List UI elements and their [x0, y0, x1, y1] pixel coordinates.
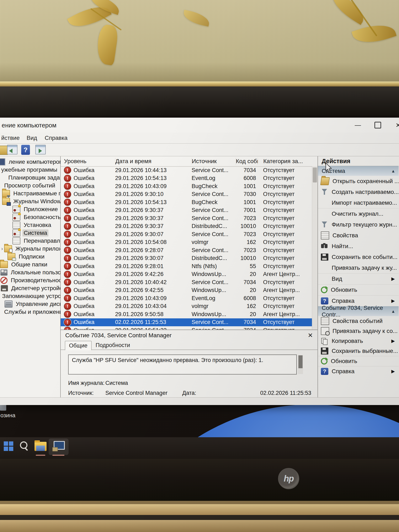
event-table-row[interactable]: ! Ошибка 29.01.2026 10:43:09 BugCheck 10… [61, 182, 317, 190]
menu-view[interactable]: Вид [27, 135, 37, 141]
tab-details[interactable]: Подробности [92, 341, 134, 349]
sidebar-tree-item[interactable]: Система [0, 229, 60, 237]
action-icon [321, 317, 329, 325]
collapse-arrow-icon[interactable]: ▲ [391, 169, 395, 173]
event-table-row[interactable]: ! Ошибка 29.01.2026 16:51:32 Service Con… [61, 326, 317, 329]
event-table-row[interactable]: ! Ошибка 29.01.2026 9:28:01 Ntfs (Ntfs) … [61, 262, 317, 270]
menu-help[interactable]: Справка [45, 135, 68, 141]
event-table-row[interactable]: ! Ошибка 29.01.2026 9:30:07 Service Cont… [61, 230, 317, 238]
actions-group-event-header[interactable]: Событие 7034, Service Contr... ▲ [318, 306, 399, 316]
toolbar-show-window-icon[interactable] [35, 145, 46, 154]
sidebar-tree-item[interactable]: ление компьютером (лс [0, 158, 60, 166]
event-code: 7034 [236, 327, 258, 329]
event-table-row[interactable]: ! Ошибка 29.01.2026 10:54:13 EventLog 60… [61, 174, 317, 183]
sidebar-tree-item[interactable]: Общие папки [0, 261, 60, 268]
sidebar-tree-item[interactable]: Запоминающие устройств [0, 292, 60, 300]
sidebar-tree-item[interactable]: Просмотр событий [0, 182, 60, 190]
sidebar-tree-item[interactable]: Журналы Windows [0, 197, 60, 205]
minimize-button[interactable]: — [351, 119, 365, 131]
column-category[interactable]: Категория за... [258, 158, 317, 165]
event-category: Отсутствует [258, 191, 317, 197]
event-table-row[interactable]: ! Ошибка 29.01.2026 9:30:37 Service Cont… [61, 206, 317, 215]
action-item[interactable]: Справка ▶ [318, 296, 399, 306]
tree-expander-icon[interactable]: › [1, 246, 3, 252]
event-datetime: 29.01.2026 9:28:07 [115, 247, 192, 253]
sidebar-tree-item[interactable]: Настраиваемые пре [0, 190, 60, 197]
event-table-row[interactable]: ! Ошибка 29.01.2026 9:30:37 Service Cont… [61, 214, 317, 222]
event-table-row[interactable]: ! Ошибка 29.01.2026 10:54:08 volmgr 162 … [61, 238, 317, 247]
menu-action[interactable]: йствие [1, 135, 20, 141]
event-level: Ошибка [74, 231, 95, 238]
sidebar-tree-item[interactable]: Диспетчер устройств [0, 284, 60, 292]
tab-general[interactable]: Общие [65, 341, 92, 350]
message-scrollbar-thumb[interactable] [298, 355, 303, 368]
sidebar-tree-item[interactable]: Службы и приложения [0, 308, 60, 316]
action-item[interactable]: Сохранить выбранные... [318, 346, 399, 356]
sidebar-tree-item[interactable]: Установка [0, 221, 60, 229]
toolbar-folder-icon[interactable] [0, 146, 8, 155]
event-code: 55 [236, 263, 258, 270]
event-table-row[interactable]: ! Ошибка 29.01.2026 10:54:13 BugCheck 10… [61, 198, 317, 206]
sidebar-tree-item[interactable]: Управление дисками [0, 300, 60, 308]
event-table-row[interactable]: ! Ошибка 29.01.2026 9:28:07 Service Cont… [61, 246, 317, 254]
toolbar-help-icon[interactable]: ? [21, 145, 30, 155]
sidebar-tree-item[interactable]: Планировщик заданий [0, 174, 60, 182]
computer-management-taskbar-icon[interactable] [52, 441, 64, 450]
start-button-icon[interactable] [3, 440, 14, 452]
message-scrollbar[interactable] [298, 355, 303, 374]
event-table-row[interactable]: ! Ошибка 29.01.2026 9:30:07 DistributedC… [61, 254, 317, 262]
column-event-code[interactable]: Код события [236, 158, 258, 165]
action-item[interactable]: Фильтр текущего журн... [318, 219, 399, 230]
column-source[interactable]: Источник [192, 158, 236, 165]
sidebar-tree-item[interactable]: Подписки [0, 253, 60, 261]
sidebar-tree-item[interactable]: Безопасность [0, 213, 60, 221]
maximize-button[interactable] [371, 119, 385, 131]
sidebar-tree-item[interactable]: Производительность [0, 276, 60, 284]
event-source: DistributedC... [192, 255, 236, 261]
action-item[interactable]: Свойства [318, 230, 399, 241]
event-table-row[interactable]: ! Ошибка 29.01.2026 9:30:10 Service Cont… [61, 190, 317, 198]
event-message-box[interactable]: Служба "HP SFU Service" неожиданно прерв… [68, 355, 297, 374]
toolbar-back-window-icon[interactable] [7, 145, 18, 154]
action-item[interactable]: Очистить журнал... [318, 209, 399, 219]
event-table-row[interactable]: ! Ошибка 29.01.2026 10:43:04 volmgr 162 … [61, 302, 317, 310]
action-item[interactable]: Привязать задачу к жу... [318, 262, 399, 273]
search-icon[interactable] [18, 440, 30, 452]
action-item[interactable]: Найти... [318, 241, 399, 252]
action-item[interactable]: Копировать ▶ [318, 336, 399, 346]
sidebar-tree-item[interactable]: Перенаправлен [0, 237, 60, 245]
action-item[interactable]: Справка ▶ [318, 366, 399, 376]
action-item[interactable]: Обновить [318, 356, 399, 366]
action-item[interactable]: Привязать задачу к со... [318, 326, 399, 336]
event-table-row[interactable]: ! Ошибка 29.01.2026 10:40:42 Service Con… [61, 278, 317, 286]
action-item[interactable]: Вид ▶ [318, 273, 399, 285]
event-table-row[interactable]: ! Ошибка 02.02.2026 11:25:53 Service Con… [61, 318, 317, 326]
event-table-row[interactable]: ! Ошибка 29.01.2026 9:42:26 WindowsUp...… [61, 270, 317, 279]
event-table-row[interactable]: ! Ошибка 29.01.2026 9:50:58 WindowsUp...… [61, 310, 317, 318]
column-level[interactable]: Уровень [61, 158, 115, 165]
action-item[interactable]: Обновить [318, 285, 399, 296]
event-code: 7034 [236, 167, 258, 173]
collapse-arrow-icon[interactable]: ▲ [391, 309, 395, 314]
sidebar-tree-item[interactable]: Приложение [0, 205, 60, 213]
column-datetime[interactable]: Дата и время [115, 158, 192, 165]
action-item[interactable]: Сохранить все событи... [318, 252, 399, 262]
action-item[interactable]: Создать настраиваемо... [318, 187, 399, 197]
event-table-row[interactable]: ! Ошибка 29.01.2026 9:30:37 DistributedC… [61, 222, 317, 230]
detail-close-icon[interactable]: ✕ [308, 332, 313, 339]
action-item[interactable]: Открыть сохраненный ... [318, 176, 399, 187]
list-scrollbar-thumb[interactable] [313, 167, 317, 183]
file-explorer-icon[interactable] [34, 442, 47, 451]
sidebar-tree-item[interactable]: ужебные программы [0, 166, 60, 174]
list-scrollbar[interactable] [312, 166, 317, 329]
close-button[interactable]: ✕ [392, 119, 399, 131]
event-table-row[interactable]: ! Ошибка 29.01.2026 10:44:13 Service Con… [61, 166, 317, 174]
event-table-row[interactable]: ! Ошибка 29.01.2026 9:42:55 WindowsUp...… [61, 286, 317, 294]
window-titlebar[interactable]: ение компьютером — ✕ [0, 118, 399, 133]
event-table-row[interactable]: ! Ошибка 29.01.2026 10:43:09 EventLog 60… [61, 294, 317, 302]
sidebar-tree-item[interactable]: › Журналы приложен [0, 245, 60, 253]
action-item[interactable]: Свойства событий [318, 316, 399, 326]
sidebar-tree-item[interactable]: Локальные пользовате [0, 268, 60, 276]
event-source: Service Cont [192, 327, 236, 329]
action-item[interactable]: Импорт настраиваемо... [318, 197, 399, 209]
